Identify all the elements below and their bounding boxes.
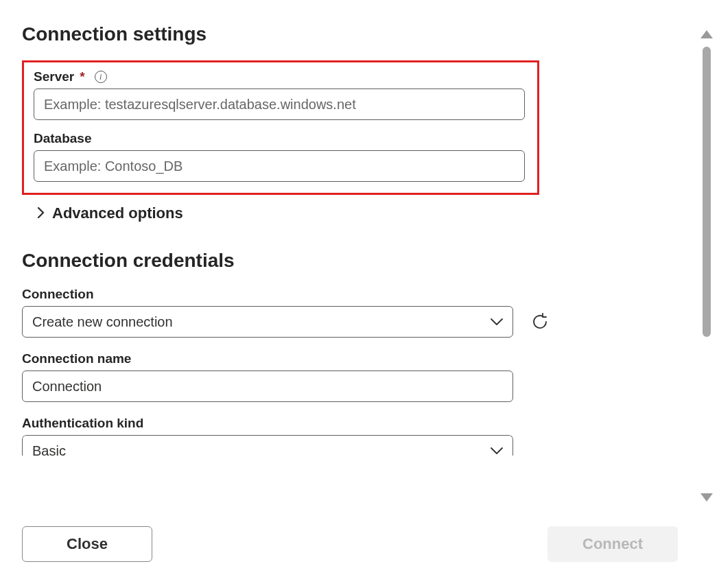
database-field: Database <box>34 131 528 182</box>
server-field: Server * i <box>34 69 528 120</box>
connection-credentials-heading: Connection credentials <box>22 250 692 272</box>
settings-scroll-region: Connection settings Server * i Database <box>0 0 692 506</box>
scroll-down-arrow-icon[interactable] <box>700 493 713 502</box>
connection-settings-highlight: Server * i Database <box>22 60 539 195</box>
database-input[interactable] <box>34 150 525 182</box>
required-indicator: * <box>80 69 84 84</box>
chevron-right-icon <box>37 207 45 221</box>
auth-kind-select[interactable]: Basic <box>22 435 513 456</box>
connection-settings-heading: Connection settings <box>22 23 692 45</box>
server-label-row: Server * i <box>34 69 528 84</box>
auth-kind-select-value: Basic <box>32 443 66 456</box>
info-icon[interactable]: i <box>95 71 107 83</box>
scrollbar-thumb[interactable] <box>703 47 711 337</box>
database-label-row: Database <box>34 131 528 146</box>
advanced-options-label: Advanced options <box>52 204 183 222</box>
vertical-scrollbar[interactable] <box>698 30 715 492</box>
scrollbar-track[interactable] <box>703 47 711 486</box>
close-button-label: Close <box>67 535 108 553</box>
connect-button-label: Connect <box>582 535 643 553</box>
connection-field: Connection Create new connection <box>22 287 513 338</box>
connect-button[interactable]: Connect <box>547 526 678 562</box>
advanced-options-toggle[interactable]: Advanced options <box>37 204 692 222</box>
database-label: Database <box>34 131 92 146</box>
auth-kind-label: Authentication kind <box>22 416 143 431</box>
close-button[interactable]: Close <box>22 526 152 562</box>
server-label: Server <box>34 69 74 84</box>
server-input[interactable] <box>34 89 525 120</box>
auth-kind-field: Authentication kind Basic <box>22 416 513 456</box>
connection-name-input[interactable] <box>22 371 513 402</box>
dialog-footer: Close Connect <box>0 513 692 588</box>
connection-select[interactable]: Create new connection <box>22 306 513 338</box>
connection-select-value: Create new connection <box>32 314 173 330</box>
connection-name-field: Connection name <box>22 351 513 402</box>
refresh-connections-button[interactable] <box>531 312 549 331</box>
scroll-up-arrow-icon[interactable] <box>700 30 713 38</box>
connection-label: Connection <box>22 287 94 302</box>
connection-name-label: Connection name <box>22 351 131 366</box>
